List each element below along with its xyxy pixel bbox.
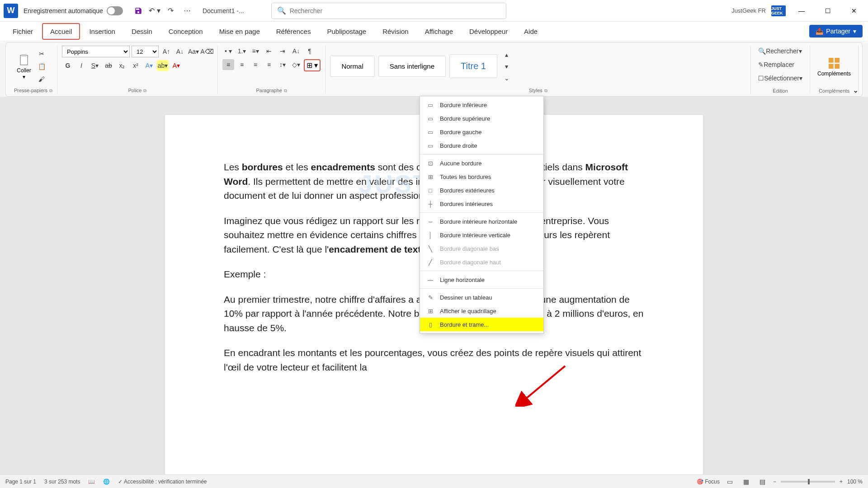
zoom-in-icon[interactable]: +: [840, 479, 843, 485]
view-web-icon[interactable]: ▤: [757, 476, 769, 487]
show-marks-icon[interactable]: ¶: [304, 46, 316, 56]
svg-rect-1: [22, 54, 27, 56]
tab-fichier[interactable]: Fichier: [5, 24, 40, 39]
underline-icon[interactable]: S▾: [89, 60, 101, 71]
italic-icon[interactable]: I: [75, 60, 87, 71]
zoom-out-icon[interactable]: −: [773, 479, 776, 485]
status-spell-icon[interactable]: 📖: [88, 479, 95, 485]
tab-dessin[interactable]: Dessin: [124, 24, 160, 39]
styles-down-icon[interactable]: ▾: [501, 61, 513, 72]
select-button[interactable]: ☐ Sélectionner ▾: [755, 73, 805, 84]
addins-button[interactable]: Compléments: [815, 54, 854, 79]
tab-developpeur[interactable]: Développeur: [462, 24, 515, 39]
menu-border-left[interactable]: ▭Bordure gauche: [420, 125, 543, 139]
save-icon[interactable]: [132, 5, 145, 17]
paste-button[interactable]: Coller ▾: [14, 51, 34, 82]
menu-inside-borders[interactable]: ┼Bordures intérieures: [420, 197, 543, 211]
tab-insertion[interactable]: Insertion: [82, 24, 123, 39]
tab-aide[interactable]: Aide: [517, 24, 545, 39]
status-words[interactable]: 3 sur 253 mots: [44, 479, 80, 485]
maximize-button[interactable]: ☐: [817, 4, 838, 18]
focus-mode[interactable]: 🎯 Focus: [697, 479, 720, 485]
multilevel-icon[interactable]: ≡▾: [250, 46, 261, 56]
menu-outside-borders[interactable]: □Bordures extérieures: [420, 183, 543, 197]
increase-indent-icon[interactable]: ⇥: [277, 46, 288, 56]
strikethrough-icon[interactable]: ab: [103, 60, 114, 71]
align-left-icon[interactable]: ≡: [222, 59, 234, 70]
style-no-spacing[interactable]: Sans interligne: [378, 56, 446, 77]
view-print-icon[interactable]: ▦: [741, 476, 752, 487]
search-input[interactable]: [290, 7, 500, 14]
menu-horizontal-line[interactable]: —Ligne horizontale: [420, 273, 543, 286]
cut-icon[interactable]: ✂: [36, 48, 47, 59]
tab-mise-en-page[interactable]: Mise en page: [212, 24, 267, 39]
styles-dialog-launcher[interactable]: ⧉: [544, 88, 547, 93]
change-case-icon[interactable]: Aa▾: [188, 46, 199, 57]
menu-no-border[interactable]: ⊡Aucune bordure: [420, 156, 543, 170]
share-button[interactable]: 📤 Partager ▾: [809, 25, 863, 38]
text-effects-icon[interactable]: A▾: [143, 60, 155, 71]
close-button[interactable]: ✕: [844, 4, 864, 18]
font-dialog-launcher[interactable]: ⧉: [143, 88, 146, 93]
decrease-indent-icon[interactable]: ⇤: [263, 46, 275, 56]
qat-customize[interactable]: ⋯: [181, 5, 193, 17]
replace-button[interactable]: ✎ Remplacer: [755, 59, 797, 70]
align-right-icon[interactable]: ≡: [250, 59, 261, 70]
style-normal[interactable]: Normal: [330, 56, 374, 77]
highlight-icon[interactable]: ab▾: [157, 60, 169, 71]
tab-revision[interactable]: Révision: [375, 24, 416, 39]
sort-icon[interactable]: A↓: [290, 46, 302, 56]
numbering-icon[interactable]: 1.▾: [236, 46, 248, 56]
status-accessibility[interactable]: ✓ Accessibilité : vérification terminée: [118, 479, 207, 485]
menu-inside-h-border[interactable]: ─Bordure intérieure horizontale: [420, 215, 543, 228]
autosave-toggle[interactable]: [107, 6, 123, 15]
borders-button[interactable]: ⊞ ▾: [304, 59, 321, 71]
bullets-icon[interactable]: • ▾: [222, 46, 234, 56]
grow-font-icon[interactable]: A↑: [160, 46, 172, 57]
collapse-ribbon-icon[interactable]: ⌄: [853, 86, 859, 94]
menu-inside-v-border[interactable]: │Bordure intérieure verticale: [420, 228, 543, 242]
border-bottom-icon: ▭: [426, 101, 434, 109]
menu-draw-table[interactable]: ✎Dessiner un tableau: [420, 291, 543, 304]
status-page[interactable]: Page 1 sur 1: [5, 479, 36, 485]
font-name-select[interactable]: Poppins: [62, 46, 130, 57]
menu-border-top[interactable]: ▭Bordure supérieure: [420, 112, 543, 125]
view-read-icon[interactable]: ▭: [724, 476, 736, 487]
undo-button[interactable]: ↶ ▾: [148, 5, 161, 17]
tab-references[interactable]: Références: [269, 24, 318, 39]
redo-button[interactable]: ↷: [165, 5, 177, 17]
style-titre1[interactable]: Titre 1: [449, 54, 497, 78]
search-box[interactable]: 🔍: [271, 3, 506, 19]
menu-show-gridlines[interactable]: ⊞Afficher le quadrillage: [420, 304, 543, 318]
justify-icon[interactable]: ≡: [263, 59, 275, 70]
superscript-icon[interactable]: x²: [130, 60, 142, 71]
shrink-font-icon[interactable]: A↓: [174, 46, 186, 57]
bold-icon[interactable]: G: [62, 60, 74, 71]
status-lang-icon[interactable]: 🌐: [103, 479, 110, 485]
zoom-level[interactable]: 100 %: [847, 479, 863, 485]
styles-more-icon[interactable]: ⌄: [501, 73, 513, 84]
copy-icon[interactable]: 📋: [36, 61, 47, 72]
menu-border-right[interactable]: ▭Bordure droite: [420, 139, 543, 152]
minimize-button[interactable]: —: [791, 4, 812, 18]
format-painter-icon[interactable]: 🖌: [36, 74, 47, 84]
tab-affichage[interactable]: Affichage: [418, 24, 460, 39]
tab-conception[interactable]: Conception: [161, 24, 210, 39]
line-spacing-icon[interactable]: ↕▾: [277, 59, 288, 70]
subscript-icon[interactable]: x₂: [116, 60, 128, 71]
clipboard-dialog-launcher[interactable]: ⧉: [49, 88, 52, 93]
menu-all-borders[interactable]: ⊞Toutes les bordures: [420, 170, 543, 183]
tab-accueil[interactable]: Accueil: [42, 23, 80, 40]
paragraph-dialog-launcher[interactable]: ⧉: [284, 88, 287, 93]
menu-border-bottom[interactable]: ▭Bordure inférieure: [420, 98, 543, 112]
font-size-select[interactable]: 12: [132, 46, 159, 57]
tab-publipostage[interactable]: Publipostage: [320, 24, 373, 39]
styles-up-icon[interactable]: ▴: [501, 49, 513, 60]
menu-borders-and-shading[interactable]: ▯Bordure et trame...: [420, 318, 543, 331]
clear-format-icon[interactable]: A⌫: [201, 46, 213, 57]
find-button[interactable]: 🔍 Rechercher ▾: [755, 46, 804, 56]
zoom-slider[interactable]: [781, 481, 835, 483]
font-color-icon[interactable]: A▾: [170, 60, 182, 71]
shading-icon[interactable]: ◇▾: [290, 59, 302, 70]
align-center-icon[interactable]: ≡: [236, 59, 248, 70]
